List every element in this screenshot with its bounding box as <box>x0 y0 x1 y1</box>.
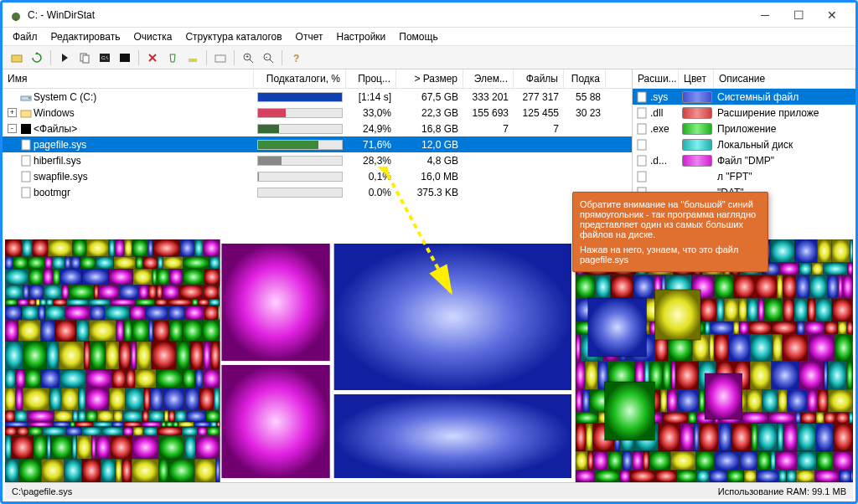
expand-toggle[interactable]: + <box>8 108 17 117</box>
tree-row[interactable]: +Windows33,0%22,3 GB155 693125 45530 23 <box>3 105 632 121</box>
ext-row[interactable]: .dllРасширение приложе <box>633 105 855 121</box>
svg-rect-348 <box>804 321 824 334</box>
help-icon[interactable]: ? <box>287 49 305 67</box>
svg-rect-103 <box>53 299 67 306</box>
svg-rect-32 <box>334 244 571 390</box>
svg-rect-198 <box>186 410 206 421</box>
tree-row[interactable]: swapfile.sys0,1%16,0 MB <box>3 168 632 184</box>
svg-rect-50 <box>194 239 203 257</box>
menu-структура каталогов[interactable]: Структура каталогов <box>178 29 288 44</box>
tree-row[interactable]: -<Файлы>24,9%16,8 GB77 <box>3 121 632 136</box>
svg-text:-: - <box>266 54 268 59</box>
ext-row[interactable]: л "FPT" <box>633 168 855 184</box>
svg-rect-364 <box>773 334 783 361</box>
svg-rect-20 <box>21 124 31 134</box>
svg-rect-350 <box>838 321 847 334</box>
svg-rect-170 <box>23 388 49 410</box>
tree-row[interactable]: pagefile.sys71,6%12,0 GB <box>3 136 632 152</box>
open-icon[interactable] <box>8 49 26 67</box>
menu-очистка[interactable]: Очистка <box>127 29 178 44</box>
svg-rect-140 <box>5 342 23 369</box>
svg-rect-421 <box>816 412 824 423</box>
svg-rect-465 <box>620 471 630 482</box>
percent-bar <box>257 140 343 150</box>
recycle-icon[interactable] <box>163 49 182 67</box>
col-description[interactable]: Описание <box>714 69 855 88</box>
svg-rect-249 <box>101 459 116 482</box>
expand-toggle[interactable]: - <box>8 124 17 133</box>
tree-row[interactable]: bootmgr0.0%375.3 KB <box>3 184 632 200</box>
svg-rect-213 <box>194 422 211 427</box>
svg-rect-412 <box>663 412 688 423</box>
col-pct[interactable]: Проц... <box>346 69 396 88</box>
svg-rect-104 <box>67 299 89 306</box>
row-pct: 71,6% <box>346 139 396 151</box>
col-elem[interactable]: Элем... <box>463 69 514 88</box>
col-color[interactable]: Цвет <box>679 69 714 88</box>
svg-rect-235 <box>72 435 77 459</box>
minimize-button[interactable]: ─ <box>748 4 782 26</box>
menu-отчет[interactable]: Отчет <box>289 29 330 44</box>
svg-rect-171 <box>49 388 61 410</box>
menu-редактировать[interactable]: Редактировать <box>44 29 127 44</box>
svg-rect-64 <box>158 257 163 269</box>
svg-rect-158 <box>41 369 59 388</box>
svg-rect-93 <box>163 285 179 299</box>
svg-rect-291 <box>848 263 853 275</box>
col-extension[interactable]: Расши... <box>633 69 679 88</box>
col-files[interactable]: Файлы <box>514 69 564 88</box>
svg-rect-190 <box>97 410 113 421</box>
svg-rect-75 <box>133 269 152 285</box>
row-files: 277 317 <box>514 91 564 103</box>
svg-rect-177 <box>144 388 150 410</box>
copy-icon[interactable] <box>75 49 94 67</box>
menu-файл[interactable]: Файл <box>6 29 44 44</box>
ext-desc: л "FPT" <box>714 171 855 183</box>
file-icon <box>636 123 648 135</box>
svg-rect-34 <box>334 394 571 478</box>
svg-rect-470 <box>710 471 728 482</box>
refresh-icon[interactable] <box>28 49 46 67</box>
svg-rect-114 <box>22 306 39 320</box>
tree-panel[interactable]: Имя Подкаталоги, % Проц... > Размер Элем… <box>3 69 633 237</box>
zoom-in-icon[interactable]: + <box>239 49 257 67</box>
svg-rect-289 <box>812 263 824 275</box>
svg-rect-106 <box>110 299 136 306</box>
ext-row[interactable]: .sysСистемный файл <box>633 89 855 105</box>
svg-rect-82 <box>23 285 28 299</box>
svg-rect-162 <box>126 369 135 388</box>
tree-row[interactable]: System C (C:)[1:14 s]67,5 GB333 201277 3… <box>3 89 632 105</box>
close-button[interactable]: ✕ <box>815 4 849 26</box>
col-name[interactable]: Имя <box>3 69 254 88</box>
folder-icon[interactable] <box>211 49 230 67</box>
console-icon[interactable] <box>116 49 134 67</box>
svg-rect-228 <box>198 427 207 435</box>
svg-rect-293 <box>596 275 611 299</box>
svg-rect-222 <box>101 427 123 435</box>
play-icon[interactable] <box>55 49 74 67</box>
tree-row[interactable]: hiberfil.sys28,3%4,8 GB <box>3 152 632 168</box>
svg-rect-38 <box>23 239 33 257</box>
svg-rect-377 <box>671 362 676 390</box>
maximize-button[interactable]: ☐ <box>782 4 815 26</box>
delete-icon[interactable] <box>143 49 162 67</box>
zoom-out-icon[interactable]: - <box>259 49 277 67</box>
menu-помощь[interactable]: Помощь <box>392 29 444 44</box>
ext-row[interactable]: .exeПриложение <box>633 121 855 136</box>
col-size[interactable]: > Размер <box>396 69 463 88</box>
menu-настройки[interactable]: Настройки <box>329 29 392 44</box>
svg-rect-454 <box>715 451 740 471</box>
treemap[interactable] <box>5 239 853 482</box>
action-icon[interactable] <box>183 49 202 67</box>
svg-rect-204 <box>75 422 93 427</box>
svg-rect-233 <box>47 435 51 459</box>
svg-text:+: + <box>246 54 249 59</box>
ext-row[interactable]: Локальный диск <box>633 136 855 152</box>
svg-rect-361 <box>714 334 729 361</box>
svg-rect-129 <box>55 320 76 342</box>
terminal-icon[interactable]: C:\ <box>96 49 114 67</box>
col-sub[interactable]: Подкаталоги, % <box>254 69 346 88</box>
row-pct: [1:14 s] <box>346 91 396 103</box>
col-subs[interactable]: Подка <box>564 69 606 88</box>
ext-row[interactable]: .d...Файл "DMP" <box>633 152 855 168</box>
